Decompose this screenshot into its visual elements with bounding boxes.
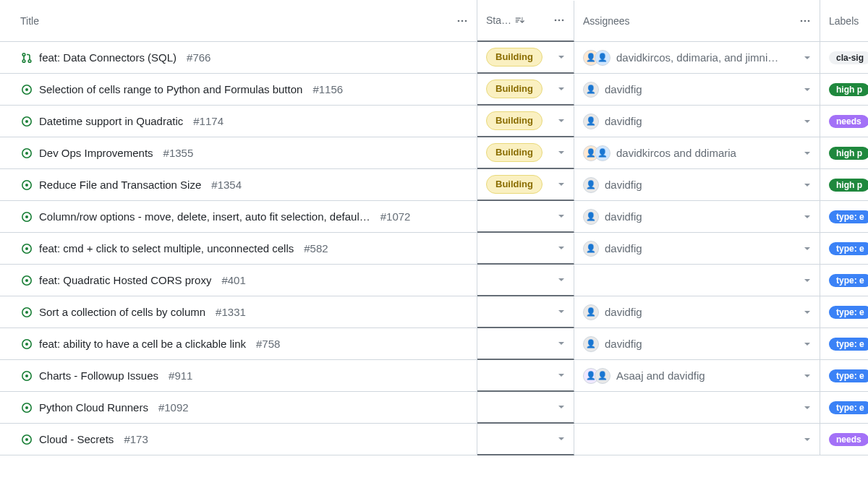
chevron-down-icon[interactable] xyxy=(558,403,565,411)
table-row[interactable]: Datetime support in Quadratic#1174Buildi… xyxy=(0,106,868,137)
chevron-down-icon[interactable] xyxy=(558,372,565,379)
chevron-down-icon[interactable] xyxy=(804,150,811,157)
cell-status[interactable] xyxy=(477,424,574,455)
cell-title[interactable]: feat: Data Connectors (SQL)#766 xyxy=(0,42,477,73)
table-row[interactable]: feat: Quadratic Hosted CORS proxy#401typ… xyxy=(0,265,868,296)
table-row[interactable]: Cloud - Secrets#173needs xyxy=(0,424,868,455)
cell-title[interactable]: feat: cmd + click to select multiple, un… xyxy=(0,233,477,264)
chevron-down-icon[interactable] xyxy=(558,117,565,124)
svg-point-23 xyxy=(25,247,28,250)
cell-status[interactable] xyxy=(477,393,574,424)
chevron-down-icon[interactable] xyxy=(558,213,565,220)
cell-labels[interactable]: needs xyxy=(820,106,868,137)
cell-labels[interactable]: type: e xyxy=(820,392,868,423)
chevron-down-icon[interactable] xyxy=(804,341,811,348)
table-row[interactable]: feat: ability to have a cell be a clicka… xyxy=(0,328,868,360)
chevron-down-icon[interactable] xyxy=(558,435,565,442)
header-title[interactable]: Title xyxy=(0,0,477,41)
table-row[interactable]: Dev Ops Improvements#1355Building👤👤david… xyxy=(0,137,868,169)
cell-labels[interactable]: cla-sig xyxy=(820,42,868,73)
kebab-icon[interactable] xyxy=(799,15,811,27)
table-row[interactable]: Sort a collection of cells by column#133… xyxy=(0,296,868,328)
cell-title[interactable]: Datetime support in Quadratic#1174 xyxy=(0,106,477,137)
cell-labels[interactable]: type: e xyxy=(820,328,868,359)
kebab-icon[interactable] xyxy=(456,15,468,27)
cell-assignees[interactable]: 👤davidfig xyxy=(574,169,820,200)
cell-title[interactable]: Cloud - Secrets#173 xyxy=(0,424,477,455)
cell-labels[interactable]: type: e xyxy=(820,265,868,296)
chevron-down-icon[interactable] xyxy=(804,181,811,189)
chevron-down-icon[interactable] xyxy=(804,436,811,443)
cell-title[interactable]: Selection of cells range to Python and F… xyxy=(0,74,477,105)
cell-title[interactable]: Column/row options - move, delete, inser… xyxy=(0,201,477,232)
cell-assignees[interactable]: 👤davidfig xyxy=(574,201,820,232)
cell-status[interactable] xyxy=(477,202,574,233)
cell-assignees[interactable]: 👤davidfig xyxy=(574,233,820,264)
cell-assignees[interactable]: 👤davidfig xyxy=(574,74,820,105)
cell-title[interactable]: feat: Quadratic Hosted CORS proxy#401 xyxy=(0,265,477,296)
chevron-down-icon[interactable] xyxy=(558,340,565,347)
chevron-down-icon[interactable] xyxy=(804,54,811,61)
cell-labels[interactable]: type: e xyxy=(820,233,868,264)
cell-labels[interactable]: high p xyxy=(820,74,868,105)
cell-assignees[interactable]: 👤davidfig xyxy=(574,106,820,137)
cell-status[interactable] xyxy=(477,297,574,328)
cell-title[interactable]: feat: ability to have a cell be a clicka… xyxy=(0,328,477,359)
header-labels[interactable]: Labels xyxy=(820,0,868,41)
cell-assignees[interactable]: 👤👤davidkircos, ddimaria, and jimni… xyxy=(574,42,820,73)
chevron-down-icon[interactable] xyxy=(558,276,565,283)
cell-title[interactable]: Dev Ops Improvements#1355 xyxy=(0,137,477,168)
cell-status[interactable]: Building xyxy=(477,170,574,201)
chevron-down-icon[interactable] xyxy=(558,244,565,252)
table-row[interactable]: feat: Data Connectors (SQL)#766Building👤… xyxy=(0,42,868,74)
chevron-down-icon[interactable] xyxy=(804,309,811,316)
chevron-down-icon[interactable] xyxy=(558,85,565,93)
chevron-down-icon[interactable] xyxy=(804,86,811,93)
chevron-down-icon[interactable] xyxy=(558,53,565,61)
cell-status[interactable]: Building xyxy=(477,106,574,137)
header-assignees[interactable]: Assignees xyxy=(574,0,820,41)
cell-status[interactable] xyxy=(477,234,574,265)
table-row[interactable]: Python Cloud Runners#1092type: e xyxy=(0,392,868,424)
cell-labels[interactable]: type: e xyxy=(820,201,868,232)
cell-assignees[interactable] xyxy=(574,424,820,455)
chevron-down-icon[interactable] xyxy=(804,372,811,380)
cell-status[interactable]: Building xyxy=(477,74,574,106)
cell-assignees[interactable]: 👤👤Asaaj and davidfig xyxy=(574,360,820,391)
cell-status[interactable] xyxy=(477,361,574,392)
cell-labels[interactable]: high p xyxy=(820,137,868,168)
cell-title[interactable]: Charts - Followup Issues#911 xyxy=(0,360,477,391)
chevron-down-icon[interactable] xyxy=(804,404,811,411)
sort-icon[interactable] xyxy=(514,15,524,25)
chevron-down-icon[interactable] xyxy=(558,308,565,315)
table-row[interactable]: Selection of cells range to Python and F… xyxy=(0,74,868,106)
cell-assignees[interactable] xyxy=(574,392,820,423)
chevron-down-icon[interactable] xyxy=(804,213,811,221)
table-row[interactable]: Charts - Followup Issues#911👤👤Asaaj and … xyxy=(0,360,868,392)
chevron-down-icon[interactable] xyxy=(558,149,565,156)
cell-title[interactable]: Sort a collection of cells by column#133… xyxy=(0,296,477,328)
cell-labels[interactable]: needs xyxy=(820,424,868,455)
cell-labels[interactable]: type: e xyxy=(820,296,868,328)
chevron-down-icon[interactable] xyxy=(804,245,811,252)
chevron-down-icon[interactable] xyxy=(558,181,565,188)
cell-assignees[interactable]: 👤davidfig xyxy=(574,328,820,359)
cell-status[interactable]: Building xyxy=(477,43,574,74)
cell-assignees[interactable]: 👤👤davidkircos and ddimaria xyxy=(574,137,820,168)
table-row[interactable]: Reduce File and Transaction Size#1354Bui… xyxy=(0,169,868,201)
cell-assignees[interactable] xyxy=(574,265,820,296)
cell-labels[interactable]: type: e xyxy=(820,360,868,391)
cell-status[interactable] xyxy=(477,329,574,360)
kebab-icon[interactable] xyxy=(553,14,565,26)
cell-labels[interactable]: high p xyxy=(820,169,868,200)
cell-assignees[interactable]: 👤davidfig xyxy=(574,296,820,328)
chevron-down-icon[interactable] xyxy=(804,118,811,125)
chevron-down-icon[interactable] xyxy=(804,277,811,284)
table-row[interactable]: feat: cmd + click to select multiple, un… xyxy=(0,233,868,265)
header-status[interactable]: Sta… xyxy=(477,1,574,42)
cell-title[interactable]: Reduce File and Transaction Size#1354 xyxy=(0,169,477,200)
cell-status[interactable] xyxy=(477,265,574,296)
cell-title[interactable]: Python Cloud Runners#1092 xyxy=(0,392,477,423)
cell-status[interactable]: Building xyxy=(477,138,574,169)
table-row[interactable]: Column/row options - move, delete, inser… xyxy=(0,201,868,233)
